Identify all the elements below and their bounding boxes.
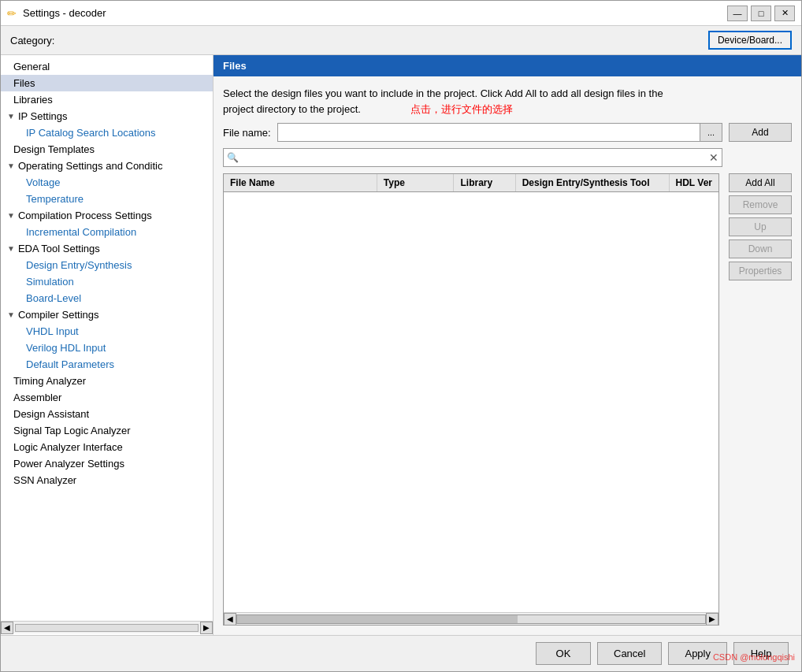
sidebar-item-libraries[interactable]: Libraries (1, 91, 213, 108)
action-buttons: Add All Remove Up Down Properties (722, 173, 792, 626)
scroll-right-button[interactable]: ▶ (706, 613, 718, 626)
sidebar-item-vhdl[interactable]: VHDL Input (1, 323, 213, 340)
properties-button[interactable]: Properties (729, 262, 792, 280)
sidebar-scroll-left[interactable]: ◀ (1, 622, 13, 634)
sidebar-item-files-label: Files (13, 77, 35, 89)
sidebar-item-verilog[interactable]: Verilog HDL Input (1, 340, 213, 356)
close-button[interactable]: ✕ (774, 6, 795, 21)
sidebar-item-design-assistant[interactable]: Design Assistant (1, 406, 213, 422)
sidebar-item-default-params-label: Default Parameters (26, 358, 114, 370)
add-button[interactable]: Add (729, 123, 792, 142)
sidebar-item-verilog-label: Verilog HDL Input (26, 342, 106, 354)
category-bar: Category: Device/Board... (1, 26, 801, 54)
scroll-thumb (237, 615, 518, 623)
up-button[interactable]: Up (729, 217, 792, 236)
sidebar-item-files[interactable]: Files (1, 75, 213, 91)
triangle-icon-eda: ▼ (7, 244, 15, 253)
sidebar-group-eda[interactable]: ▼ EDA Tool Settings (1, 240, 213, 257)
sidebar-item-ip-catalog[interactable]: IP Catalog Search Locations (1, 124, 213, 141)
sidebar-item-assembler-label: Assembler (13, 392, 61, 403)
triangle-icon-compilation: ▼ (7, 211, 15, 220)
sidebar-item-board-level[interactable]: Board-Level (1, 290, 213, 306)
file-name-input[interactable] (278, 124, 700, 141)
sidebar-item-timing-label: Timing Analyzer (13, 375, 86, 387)
minimize-button[interactable]: — (727, 6, 748, 21)
sidebar-item-ip-catalog-label: IP Catalog Search Locations (26, 127, 156, 139)
cancel-button[interactable]: Cancel (597, 642, 662, 665)
sidebar-group-ip-label: IP Settings (18, 110, 68, 122)
file-label: File name: (223, 127, 271, 139)
sidebar-group-compiler-label: Compiler Settings (18, 309, 99, 321)
file-name-row: File name: ... Add (223, 123, 792, 142)
sidebar-item-general-label: General (13, 61, 50, 72)
search-icon: 🔍 (227, 152, 239, 163)
col-type: Type (377, 174, 455, 191)
sidebar-item-signal-tap[interactable]: Signal Tap Logic Analyzer (1, 422, 213, 439)
sidebar-item-ssn-analyzer[interactable]: SSN Analyzer (1, 472, 213, 488)
sidebar: General Files Libraries ▼ IP Settings IP… (1, 55, 213, 635)
search-input[interactable] (242, 152, 706, 163)
sidebar-item-design-entry[interactable]: Design Entry/Synthesis (1, 257, 213, 273)
search-row: 🔍 ✕ (223, 148, 722, 167)
sidebar-item-power-analyzer-label: Power Analyzer Settings (13, 458, 124, 470)
triangle-icon-compiler: ▼ (7, 310, 15, 319)
table-hscroll: ◀ ▶ (224, 612, 718, 625)
down-button[interactable]: Down (729, 239, 792, 258)
description-line1: Select the design files you want to incl… (223, 87, 663, 99)
col-file-name: File Name (224, 174, 377, 191)
sidebar-item-default-params[interactable]: Default Parameters (1, 356, 213, 373)
table-header: File Name Type Library Design Entry/Synt… (224, 174, 718, 192)
window-title: Settings - decoder (23, 7, 106, 19)
sidebar-item-voltage-label: Voltage (26, 176, 60, 188)
device-board-button[interactable]: Device/Board... (708, 31, 792, 50)
sidebar-item-temperature[interactable]: Temperature (1, 191, 213, 207)
sidebar-item-signal-tap-label: Signal Tap Logic Analyzer (13, 425, 131, 436)
sidebar-item-timing[interactable]: Timing Analyzer (1, 373, 213, 389)
sidebar-group-eda-label: EDA Tool Settings (18, 243, 100, 254)
col-design-entry: Design Entry/Synthesis Tool (516, 174, 670, 191)
watermark: CSDN @molongqishi (713, 652, 795, 662)
maximize-button[interactable]: □ (751, 6, 771, 21)
remove-button[interactable]: Remove (729, 195, 792, 214)
main-content: General Files Libraries ▼ IP Settings IP… (1, 54, 801, 635)
sidebar-scrollbar-area: ◀ ▶ (1, 621, 213, 633)
sidebar-item-design-assistant-label: Design Assistant (13, 408, 89, 420)
sidebar-item-incremental[interactable]: Incremental Compilation (1, 224, 213, 240)
sidebar-group-compilation[interactable]: ▼ Compilation Process Settings (1, 207, 213, 224)
sidebar-item-incremental-label: Incremental Compilation (26, 226, 136, 238)
red-text-hint: 点击，进行文件的选择 (410, 103, 513, 115)
sidebar-item-ssn-analyzer-label: SSN Analyzer (13, 474, 76, 486)
search-clear-icon[interactable]: ✕ (709, 152, 718, 163)
panel-description: Select the design files you want to incl… (223, 86, 792, 117)
right-panel: Files Select the design files you want t… (213, 55, 801, 635)
panel-body: Select the design files you want to incl… (213, 76, 801, 635)
ok-button[interactable]: OK (536, 642, 591, 665)
sidebar-item-simulation[interactable]: Simulation (1, 273, 213, 290)
sidebar-scroll-right[interactable]: ▶ (200, 622, 213, 634)
sidebar-item-temperature-label: Temperature (26, 193, 84, 205)
sidebar-item-power-analyzer[interactable]: Power Analyzer Settings (1, 455, 213, 472)
add-all-button[interactable]: Add All (729, 173, 792, 192)
sidebar-item-general[interactable]: General (1, 58, 213, 75)
sidebar-group-operating[interactable]: ▼ Operating Settings and Conditic (1, 158, 213, 174)
sidebar-item-voltage[interactable]: Voltage (1, 174, 213, 191)
sidebar-group-compiler[interactable]: ▼ Compiler Settings (1, 306, 213, 323)
title-bar: ✏ Settings - decoder — □ ✕ (1, 1, 801, 26)
sidebar-item-simulation-label: Simulation (26, 276, 74, 288)
description-line2: project directory to the project. (223, 103, 361, 115)
sidebar-item-design-templates[interactable]: Design Templates (1, 141, 213, 158)
sidebar-scroll-track[interactable] (15, 624, 199, 632)
sidebar-item-design-templates-label: Design Templates (13, 143, 95, 155)
sidebar-group-compilation-label: Compilation Process Settings (18, 210, 152, 221)
scroll-left-button[interactable]: ◀ (224, 613, 236, 626)
file-browse-button[interactable]: ... (700, 124, 722, 141)
sidebar-item-assembler[interactable]: Assembler (1, 389, 213, 406)
file-input-area: ... (277, 123, 722, 142)
sidebar-item-board-level-label: Board-Level (26, 292, 81, 304)
sidebar-group-ip-settings[interactable]: ▼ IP Settings (1, 108, 213, 124)
panel-title: Files (213, 55, 801, 76)
sidebar-item-logic-analyzer[interactable]: Logic Analyzer Interface (1, 439, 213, 455)
sidebar-item-vhdl-label: VHDL Input (26, 325, 79, 337)
scroll-track[interactable] (236, 614, 706, 624)
sidebar-group-operating-label: Operating Settings and Conditic (18, 160, 163, 172)
